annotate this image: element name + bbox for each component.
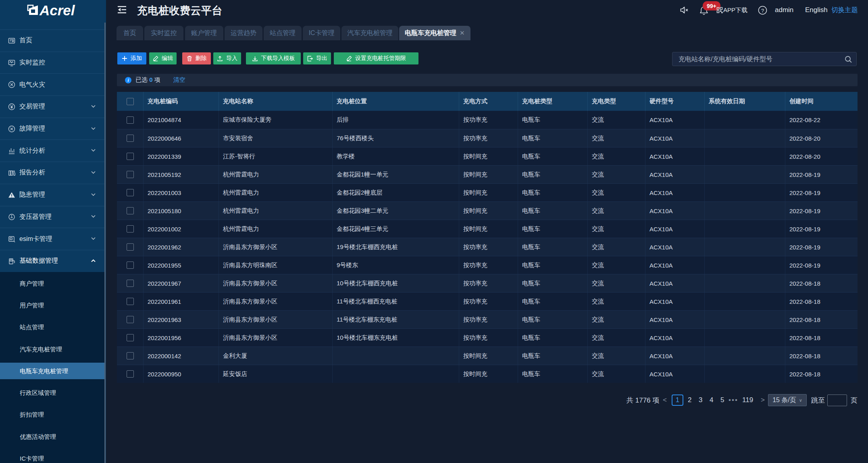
svg-text:?: ? [761, 7, 764, 13]
svg-text:Acrel: Acrel [39, 2, 75, 18]
